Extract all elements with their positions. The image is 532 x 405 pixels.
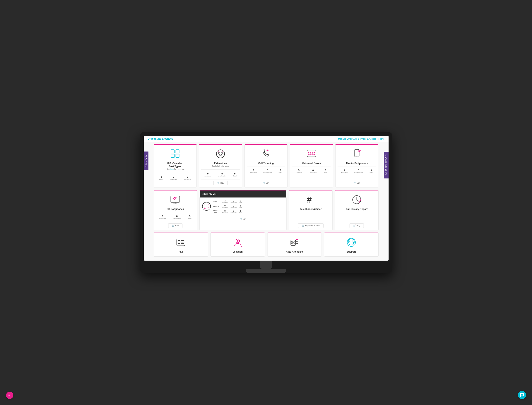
sms-total: 3 Total bbox=[239, 200, 242, 203]
extensions-title: Extensions bbox=[214, 162, 227, 165]
card-location: Location bbox=[210, 233, 265, 256]
stat-basic-label: Basic bbox=[159, 178, 163, 180]
telephone-number-title: Telephone Number bbox=[300, 208, 322, 210]
monitor: OfficeSuite Licenses Manage OfficeSuite … bbox=[140, 132, 392, 273]
pc-softphones-title: PC Softphones bbox=[167, 208, 184, 210]
tel-btn-wrapper: 🛒 Buy New or Port bbox=[298, 221, 323, 228]
stat-basic: 2 Basic bbox=[159, 175, 163, 180]
seat-types-title1: U.S./Canadian bbox=[167, 162, 183, 165]
stat-standard-value: 3 bbox=[173, 175, 174, 178]
card-telephone-number: # Telephone Number 🛒 Buy New or Port bbox=[289, 190, 333, 230]
cart-icon3: 🛒 bbox=[354, 182, 356, 184]
screen: OfficeSuite Licenses Manage OfficeSuite … bbox=[144, 135, 388, 261]
fax-title: Fax bbox=[179, 250, 183, 253]
fax-icon bbox=[174, 236, 187, 249]
sms-unallocated: 0 Unallocated bbox=[230, 200, 237, 203]
mms500-stats: 0 Allocated 0 Unallocated 0 bbox=[222, 204, 242, 208]
seat-types-title2: Seat Types bbox=[169, 165, 181, 168]
extensions-icon bbox=[214, 148, 227, 160]
cart-icon5: 🛒 bbox=[240, 218, 242, 220]
cart-icon6: 🛒 bbox=[302, 224, 304, 227]
svg-point-9 bbox=[312, 152, 315, 155]
stat-basic-value: 2 bbox=[160, 175, 162, 178]
extensions-divider bbox=[201, 169, 240, 170]
seat-types-divider bbox=[156, 173, 195, 173]
mobile-softphones-icon bbox=[350, 148, 363, 160]
chat-badge[interactable] bbox=[518, 391, 526, 399]
question-icon: ? bbox=[10, 394, 11, 396]
notification-badge[interactable]: 32 ? bbox=[6, 392, 13, 399]
ms-divider2 bbox=[337, 176, 376, 176]
cards-row3: Fax Location bbox=[154, 233, 379, 256]
ms-stats: 3 Allocated 0 Unallocated 3 Total bbox=[337, 169, 376, 174]
top-bar: OfficeSuite Licenses Manage OfficeSuite … bbox=[144, 135, 388, 142]
card-extensions: Extensions Total of all extensions 5 All… bbox=[199, 144, 242, 188]
svg-point-8 bbox=[308, 152, 311, 155]
mobile-softphones-title: Mobile Softphones bbox=[346, 162, 368, 165]
location-icon bbox=[231, 236, 244, 249]
auto-attendant-icon bbox=[288, 236, 301, 249]
extensions-stats: 5 Allocated 0 Unallocated 5 Total bbox=[201, 172, 240, 177]
support-icon bbox=[345, 236, 358, 249]
ch-btn-wrapper: 🛒 Buy bbox=[349, 221, 364, 228]
call-history-buy-button[interactable]: 🛒 Buy bbox=[349, 223, 364, 228]
stat-complete: 0 Complete bbox=[184, 175, 191, 180]
pc-stats: 3 Allocated 0 Unallocated 3 Total bbox=[156, 215, 195, 220]
extensions-buy-button[interactable]: 🛒 Buy bbox=[213, 181, 228, 185]
vm-total: 5 Total bbox=[324, 169, 328, 174]
call-twinning-buy-button[interactable]: 🛒 Buy bbox=[259, 181, 273, 185]
ext-allocated: 5 Allocated bbox=[205, 172, 211, 177]
main-content: U.S./Canadian Seat Types Click here for … bbox=[144, 142, 388, 261]
card-mobile-softphones: Mobile Softphones 3 Allocated 0 Unalloca… bbox=[335, 144, 378, 188]
svg-rect-0 bbox=[171, 150, 174, 153]
officesuite-tab[interactable]: OfficeSuite bbox=[144, 152, 148, 170]
mms500-row: MMS 500 0 Allocated 0 Unallocated bbox=[213, 204, 284, 208]
stat-complete-value: 0 bbox=[187, 175, 188, 178]
sms-row-sms: SMS 3 Allocated 0 Unallocated bbox=[213, 200, 284, 203]
sms-icon bbox=[202, 200, 211, 215]
mms500-type-label: MMS 500 bbox=[213, 205, 221, 208]
sms-buy-button[interactable]: 🛒 Buy bbox=[236, 217, 250, 221]
seat-types-icon bbox=[169, 148, 182, 160]
sms-header: SMS / MMS bbox=[200, 190, 286, 197]
support-title: Support bbox=[347, 250, 356, 253]
sms-table: SMS 3 Allocated 0 Unallocated bbox=[213, 200, 284, 215]
svg-rect-31 bbox=[293, 243, 294, 244]
svg-rect-2 bbox=[176, 150, 179, 153]
seat-types-here-link[interactable]: here bbox=[170, 168, 174, 170]
svg-point-12 bbox=[356, 156, 357, 156]
manage-link[interactable]: Manage OfficeSuite Services & Access Rep… bbox=[338, 138, 385, 140]
pc-softphones-buy-button[interactable]: 🛒 Buy bbox=[168, 223, 183, 228]
call-twinning-icon bbox=[260, 148, 272, 160]
auto-attendant-title: Auto Attendant bbox=[286, 250, 303, 253]
svg-rect-23 bbox=[181, 242, 184, 243]
card-voicemail: Voicemail Boxes 5 Allocated 0 Unallocate… bbox=[290, 144, 333, 188]
stat-standard-label: Standard bbox=[171, 178, 177, 180]
pc-total: 3 Total bbox=[188, 215, 191, 220]
stand-neck bbox=[260, 261, 272, 269]
ct-stats: 5 Allocated 0 Unallocated 5 Total bbox=[247, 169, 285, 174]
manage-locations-tab[interactable]: Manage Locations bbox=[384, 152, 388, 178]
svg-rect-29 bbox=[293, 241, 294, 242]
mms1000-type-label: MMS 1000 bbox=[213, 209, 221, 214]
card-call-history: Call History Report 🛒 Buy bbox=[335, 190, 379, 230]
telephone-number-icon: # bbox=[304, 193, 317, 206]
cart-icon2: 🛒 bbox=[263, 182, 265, 184]
telephone-buy-new-button[interactable]: 🛒 Buy New or Port bbox=[298, 223, 323, 228]
svg-rect-5 bbox=[219, 152, 220, 154]
sms-type-label: SMS bbox=[213, 201, 221, 202]
vm-unallocated: 0 Unallocated bbox=[309, 169, 317, 174]
ms-total: 3 Total bbox=[369, 169, 373, 174]
sms-allocated: 3 Allocated bbox=[222, 200, 228, 203]
pc-divider bbox=[156, 212, 195, 212]
ct-unallocated: 0 Unallocated bbox=[263, 169, 272, 174]
card-auto-attendant: Auto Attendant bbox=[267, 233, 322, 256]
stat-standard: 3 Standard bbox=[171, 175, 177, 180]
card-support: Support bbox=[324, 233, 379, 256]
svg-rect-30 bbox=[291, 243, 293, 244]
svg-rect-27 bbox=[291, 240, 296, 245]
mobile-softphones-buy-button[interactable]: 🛒 Buy bbox=[350, 181, 364, 185]
stat-complete-label: Complete bbox=[184, 178, 191, 180]
chat-icon bbox=[520, 393, 524, 397]
stand-base bbox=[246, 269, 286, 273]
